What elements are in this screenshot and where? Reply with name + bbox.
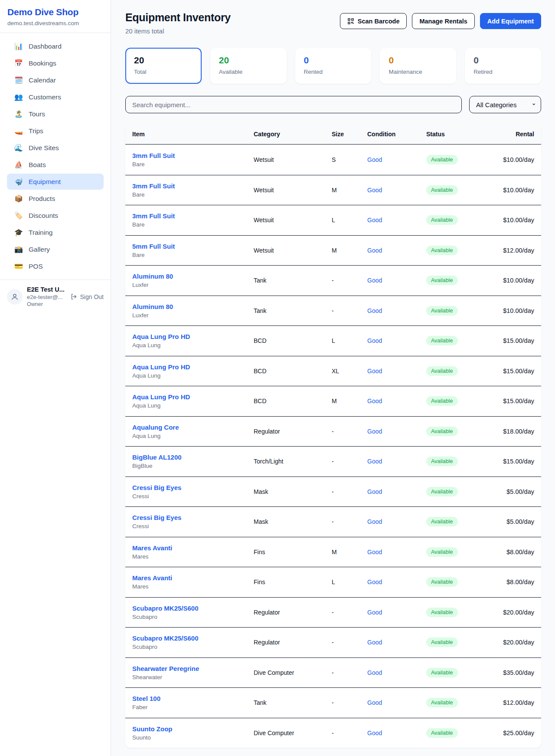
scan-barcode-button[interactable]: Scan Barcode [340, 13, 407, 29]
item-rental-rate: $5.00/day [491, 488, 534, 495]
sign-out-button[interactable]: Sign Out [70, 293, 104, 300]
item-name-link[interactable]: Aqua Lung Pro HD [132, 363, 254, 371]
item-condition-link[interactable]: Good [367, 458, 426, 465]
item-condition-link[interactable]: Good [367, 156, 426, 163]
status-badge: Available [426, 366, 458, 376]
item-condition-link[interactable]: Good [367, 337, 426, 344]
item-name-link[interactable]: Suunto Zoop [132, 725, 254, 733]
column-header-condition: Condition [367, 131, 426, 138]
sidebar-item-label: Trips [29, 127, 43, 135]
status-badge: Available [426, 336, 458, 345]
discounts-tag-icon: 🏷️ [14, 211, 23, 220]
item-name-link[interactable]: Mares Avanti [132, 574, 254, 582]
item-name-link[interactable]: Aqualung Core [132, 424, 254, 431]
item-condition-link[interactable]: Good [367, 217, 426, 224]
sidebar-item-label: Equipment [29, 178, 61, 186]
column-header-status: Status [426, 131, 491, 138]
item-condition-link[interactable]: Good [367, 669, 426, 676]
item-size: - [332, 518, 367, 525]
sidebar-item-customers[interactable]: 👥 Customers [7, 89, 104, 105]
item-name-link[interactable]: Aqua Lung Pro HD [132, 333, 254, 340]
item-condition-link[interactable]: Good [367, 699, 426, 706]
item-name-link[interactable]: Aluminum 80 [132, 303, 254, 310]
sidebar-item-dive-sites[interactable]: 🌊 Dive Sites [7, 140, 104, 156]
sidebar-item-pos[interactable]: 💳 POS [7, 258, 104, 274]
item-name-link[interactable]: 5mm Full Suit [132, 243, 254, 250]
column-header-size: Size [332, 131, 367, 138]
item-rental-rate: $15.00/day [491, 368, 534, 375]
stat-card-total[interactable]: 20 Total [125, 48, 202, 84]
search-input[interactable] [125, 96, 462, 113]
table-row: Steel 100 Faber Tank - Good Available $1… [125, 687, 541, 718]
sidebar-item-boats[interactable]: ⛵ Boats [7, 157, 104, 173]
item-name-link[interactable]: 3mm Full Suit [132, 212, 254, 220]
item-rental-rate: $15.00/day [491, 458, 534, 465]
table-body: 3mm Full Suit Bare Wetsuit S Good Availa… [125, 145, 541, 748]
item-name-link[interactable]: Shearwater Peregrine [132, 665, 254, 672]
item-name-link[interactable]: Cressi Big Eyes [132, 484, 254, 491]
sidebar-item-trips[interactable]: 🚤 Trips [7, 123, 104, 139]
item-name-link[interactable]: Mares Avanti [132, 544, 254, 552]
item-condition-link[interactable]: Good [367, 368, 426, 375]
item-condition-link[interactable]: Good [367, 277, 426, 284]
status-badge: Available [426, 547, 458, 557]
item-size: M [332, 187, 367, 194]
sidebar-item-calendar[interactable]: 🗓️ Calendar [7, 72, 104, 88]
manage-rentals-button[interactable]: Manage Rentals [412, 13, 474, 29]
item-category: Wetsuit [254, 217, 332, 224]
item-condition-link[interactable]: Good [367, 307, 426, 314]
page-title: Equipment Inventory [125, 11, 231, 24]
sidebar-item-gallery[interactable]: 📸 Gallery [7, 241, 104, 257]
item-condition-link[interactable]: Good [367, 730, 426, 736]
status-badge: Available [426, 185, 458, 195]
sidebar-item-equipment[interactable]: 🤿 Equipment [7, 174, 104, 190]
add-equipment-label: Add Equipment [487, 18, 534, 25]
item-condition-link[interactable]: Good [367, 488, 426, 495]
sidebar-item-products[interactable]: 📦 Products [7, 191, 104, 207]
sidebar-item-training[interactable]: 🎓 Training [7, 224, 104, 240]
item-category: Mask [254, 518, 332, 525]
item-condition-link[interactable]: Good [367, 549, 426, 555]
item-name-link[interactable]: Cressi Big Eyes [132, 514, 254, 521]
user-email: e2e-tester@... [27, 294, 66, 300]
user-role: Owner [27, 301, 66, 307]
item-name-link[interactable]: Steel 100 [132, 695, 254, 702]
table-header-row: Item Category Size Condition Status Rent… [125, 124, 541, 145]
item-condition-link[interactable]: Good [367, 639, 426, 646]
category-select[interactable]: All Categories [469, 96, 541, 113]
sidebar-item-label: POS [29, 263, 43, 270]
item-condition-link[interactable]: Good [367, 518, 426, 525]
item-name-link[interactable]: 3mm Full Suit [132, 152, 254, 159]
item-condition-link[interactable]: Good [367, 609, 426, 616]
sidebar-item-discounts[interactable]: 🏷️ Discounts [7, 207, 104, 224]
item-name-link[interactable]: BigBlue AL1200 [132, 454, 254, 461]
stat-card-rented[interactable]: 0 Rented [295, 48, 372, 84]
item-name-link[interactable]: Aluminum 80 [132, 273, 254, 280]
item-condition-link[interactable]: Good [367, 579, 426, 585]
item-brand: Scubapro [132, 644, 254, 650]
item-brand: Luxfer [132, 282, 254, 288]
sidebar-item-dashboard[interactable]: 📊 Dashboard [7, 38, 104, 54]
item-size: M [332, 549, 367, 555]
item-rental-rate: $10.00/day [491, 187, 534, 194]
item-condition-link[interactable]: Good [367, 398, 426, 404]
item-name-link[interactable]: Scubapro MK25/S600 [132, 605, 254, 612]
item-rental-rate: $20.00/day [491, 639, 534, 646]
tours-island-icon: 🏝️ [14, 110, 23, 118]
stat-card-maintenance[interactable]: 0 Maintenance [380, 48, 456, 84]
item-condition-link[interactable]: Good [367, 187, 426, 194]
sidebar-item-tours[interactable]: 🏝️ Tours [7, 106, 104, 122]
item-condition-link[interactable]: Good [367, 247, 426, 254]
status-badge: Available [426, 246, 458, 255]
item-name-link[interactable]: Scubapro MK25/S600 [132, 634, 254, 642]
stat-card-available[interactable]: 20 Available [210, 48, 287, 84]
person-icon [11, 293, 19, 301]
sidebar-item-bookings[interactable]: 📅 Bookings [7, 55, 104, 71]
add-equipment-button[interactable]: Add Equipment [480, 13, 541, 29]
item-brand: Bare [132, 191, 254, 198]
stat-card-retired[interactable]: 0 Retired [465, 48, 541, 84]
item-name-link[interactable]: Aqua Lung Pro HD [132, 393, 254, 401]
item-category: Regulator [254, 428, 332, 435]
item-condition-link[interactable]: Good [367, 428, 426, 435]
item-name-link[interactable]: 3mm Full Suit [132, 182, 254, 190]
